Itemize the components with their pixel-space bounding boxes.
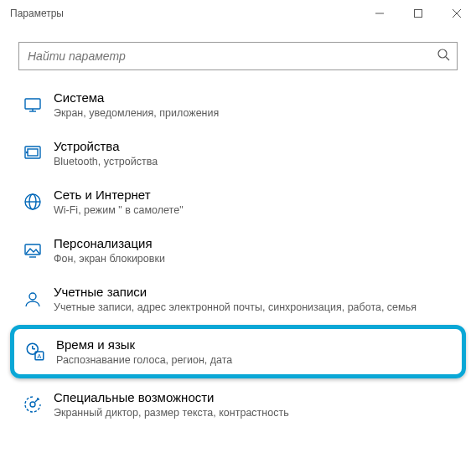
settings-item-title: Сеть и Интернет [54, 187, 184, 203]
minimize-button[interactable] [360, 0, 399, 27]
svg-rect-15 [25, 244, 40, 255]
search-icon [437, 48, 450, 64]
settings-item-network[interactable]: Сеть и Интернет Wi-Fi, режим " в самолет… [0, 177, 476, 226]
settings-item-subtitle: Распознавание голоса, регион, дата [56, 353, 232, 367]
settings-item-text: Учетные записи Учетные записи, адрес эле… [47, 284, 416, 315]
search-input[interactable] [26, 49, 437, 64]
devices-icon [18, 143, 47, 163]
svg-rect-6 [25, 99, 40, 109]
close-icon [453, 9, 461, 18]
settings-item-subtitle: Фон, экран блокировки [54, 252, 165, 265]
time-language-icon: A [21, 341, 49, 363]
settings-item-text: Время и язык Распознавание голоса, регио… [49, 337, 232, 368]
svg-line-5 [446, 57, 449, 60]
settings-item-accounts[interactable]: Учетные записи Учетные записи, адрес эле… [0, 275, 476, 323]
settings-item-ease-of-access[interactable]: Специальные возможности Экранный диктор,… [0, 380, 476, 429]
svg-point-17 [29, 293, 36, 300]
settings-item-subtitle: Bluetooth, устройства [54, 155, 158, 168]
close-button[interactable] [437, 0, 476, 27]
settings-item-system[interactable]: Система Экран, уведомления, приложения [0, 80, 476, 129]
settings-item-text: Персонализация Фон, экран блокировки [47, 235, 165, 266]
settings-item-text: Сеть и Интернет Wi-Fi, режим " в самолет… [47, 187, 184, 218]
settings-item-subtitle: Экранный диктор, размер текста, контраст… [54, 406, 289, 419]
settings-item-title: Учетные записи [54, 284, 416, 301]
network-icon [18, 192, 47, 212]
svg-point-23 [30, 402, 35, 407]
settings-item-text: Специальные возможности Экранный диктор,… [47, 389, 289, 420]
personalization-icon [18, 240, 47, 260]
titlebar: Параметры [0, 0, 476, 27]
settings-item-title: Время и язык [56, 337, 232, 353]
accounts-icon [18, 289, 47, 309]
settings-item-subtitle: Экран, уведомления, приложения [54, 106, 219, 120]
settings-item-title: Система [54, 90, 219, 106]
settings-item-time-language[interactable]: A Время и язык Распознавание голоса, рег… [10, 325, 466, 378]
settings-item-title: Специальные возможности [54, 389, 289, 406]
settings-item-devices[interactable]: Устройства Bluetooth, устройства [0, 129, 476, 177]
settings-item-subtitle: Wi-Fi, режим " в самолете" [54, 203, 184, 217]
settings-item-subtitle: Учетные записи, адрес электронной почты,… [54, 301, 416, 314]
svg-point-4 [438, 49, 447, 58]
svg-text:A: A [37, 352, 42, 360]
settings-item-text: Устройства Bluetooth, устройства [47, 138, 158, 169]
ease-of-access-icon [18, 394, 47, 414]
window-title: Параметры [10, 8, 360, 19]
svg-rect-1 [415, 10, 422, 18]
search-box[interactable] [18, 42, 458, 70]
svg-rect-10 [28, 149, 38, 156]
settings-item-personalization[interactable]: Персонализация Фон, экран блокировки [0, 226, 476, 275]
search-container [0, 27, 476, 75]
settings-item-title: Устройства [54, 138, 158, 155]
settings-item-title: Персонализация [54, 235, 165, 252]
settings-list: Система Экран, уведомления, приложения У… [0, 75, 476, 429]
minimize-icon [375, 9, 384, 18]
maximize-icon [414, 9, 422, 18]
maximize-button[interactable] [399, 0, 437, 27]
system-icon [18, 95, 47, 115]
svg-point-11 [26, 152, 27, 152]
settings-item-text: Система Экран, уведомления, приложения [47, 90, 219, 121]
